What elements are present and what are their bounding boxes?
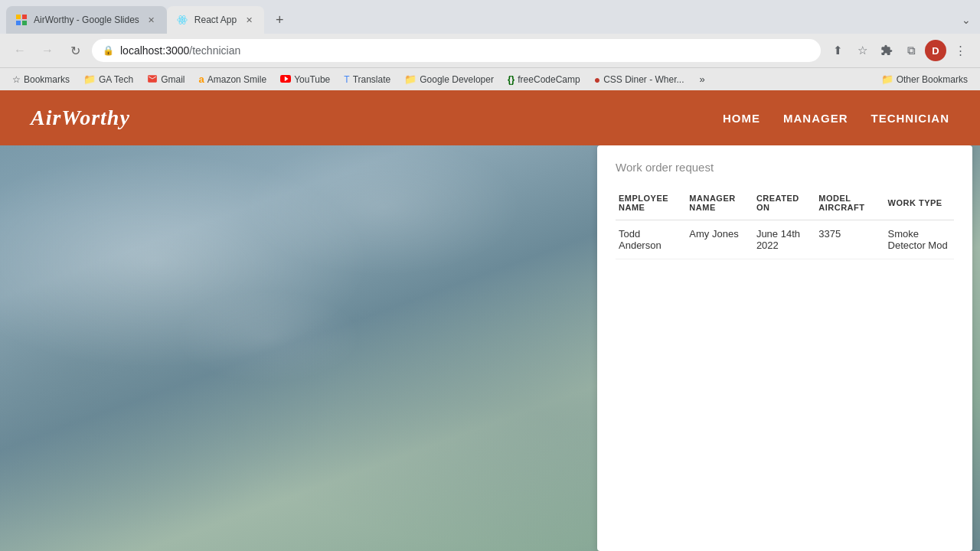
tab-label-react: React App: [194, 15, 237, 25]
share-button[interactable]: ⬆: [827, 40, 848, 61]
url-domain: localhost:3000: [120, 44, 189, 57]
bookmarks-star-icon: ☆: [12, 74, 21, 85]
split-button[interactable]: ⧉: [900, 40, 922, 61]
hero-section: Work order request EMPLOYEE NAME MANAGER…: [0, 145, 980, 551]
back-button[interactable]: ←: [9, 40, 31, 61]
svg-rect-1: [22, 15, 27, 19]
svg-rect-3: [22, 21, 27, 25]
svg-rect-2: [16, 21, 21, 25]
app-logo[interactable]: AirWorthy: [31, 106, 130, 130]
bookmark-item-bookmarks[interactable]: ☆ Bookmarks: [6, 72, 76, 87]
work-order-table: EMPLOYEE NAME MANAGER NAME CREATED ON MO…: [616, 189, 954, 259]
bookmark-item-cssdiner[interactable]: ● CSS Diner - Wher...: [588, 71, 691, 88]
tab-airworthy[interactable]: AirWorthy - Google Slides ✕: [6, 6, 167, 34]
table-row: Todd Anderson Amy Jones June 14th 2022 3…: [616, 220, 954, 259]
url-display: localhost:3000/technician: [120, 44, 240, 57]
youtube-icon: [280, 74, 291, 85]
nav-manager[interactable]: MANAGER: [783, 112, 848, 125]
bookmark-label-amazon: Amazon Smile: [207, 74, 266, 85]
bookmarks-more-button[interactable]: »: [694, 71, 709, 87]
nav-home[interactable]: HOME: [723, 112, 760, 125]
bookmark-label-translate: Translate: [353, 74, 391, 85]
amazon-icon: a: [199, 73, 204, 85]
bookmark-label-bookmarks: Bookmarks: [24, 74, 70, 85]
nav-technician[interactable]: TECHNICIAN: [871, 112, 950, 125]
bookmark-label-youtube: YouTube: [294, 74, 330, 85]
other-bookmarks-label: Other Bookmarks: [897, 74, 968, 85]
browser-chrome: AirWorthy - Google Slides ✕ React App ✕ …: [0, 0, 980, 90]
app-wrapper: AirWorthy HOME MANAGER TECHNICIAN Work o…: [0, 90, 980, 551]
tab-react[interactable]: React App ✕: [167, 6, 264, 34]
cell-work-type: Smoke Detector Mod: [885, 220, 954, 259]
bookmark-item-gatech[interactable]: 📁 GA Tech: [77, 71, 139, 87]
folder-icon-other: 📁: [881, 73, 893, 85]
cell-manager-name: Amy Jones: [686, 220, 753, 259]
bookmark-item-youtube[interactable]: YouTube: [274, 72, 336, 87]
folder-icon-gatech: 📁: [83, 73, 96, 85]
tab-favicon-airworthy: [15, 14, 28, 26]
svg-rect-0: [16, 15, 21, 19]
col-header-employee: EMPLOYEE NAME: [616, 189, 686, 220]
work-order-card: Work order request EMPLOYEE NAME MANAGER…: [597, 145, 972, 551]
navbar: AirWorthy HOME MANAGER TECHNICIAN: [0, 90, 980, 145]
gmail-icon: [147, 73, 158, 86]
bookmark-label-freecodecamp: freeCodeCamp: [518, 74, 580, 85]
translate-icon: T: [344, 74, 349, 85]
other-bookmarks-button[interactable]: 📁 Other Bookmarks: [875, 71, 974, 87]
col-header-model: MODEL AIRCRAFT: [815, 189, 884, 220]
tab-label-airworthy: AirWorthy - Google Slides: [34, 15, 139, 25]
address-bar[interactable]: 🔒 localhost:3000/technician: [92, 39, 821, 62]
bookmark-item-gmail[interactable]: Gmail: [141, 71, 191, 88]
lock-icon: 🔒: [103, 45, 114, 56]
cell-employee-name: Todd Anderson: [616, 220, 686, 259]
tab-bar: AirWorthy - Google Slides ✕ React App ✕ …: [0, 0, 980, 34]
freecodecamp-icon: {}: [508, 74, 514, 85]
tab-close-airworthy[interactable]: ✕: [145, 14, 158, 26]
bookmark-item-freecodecamp[interactable]: {} freeCodeCamp: [501, 72, 586, 87]
bookmark-label-gatech: GA Tech: [99, 74, 133, 85]
navbar-links: HOME MANAGER TECHNICIAN: [723, 112, 949, 125]
profile-button[interactable]: D: [925, 40, 946, 61]
bookmark-label-gmail: Gmail: [161, 74, 185, 85]
svg-point-4: [181, 19, 183, 21]
col-header-manager: MANAGER NAME: [686, 189, 753, 220]
bookmark-label-google-dev: Google Developer: [420, 74, 494, 85]
bookmark-item-amazon[interactable]: a Amazon Smile: [193, 71, 273, 87]
folder-icon-google-dev: 📁: [404, 73, 416, 85]
address-bar-row: ← → ↻ 🔒 localhost:3000/technician ⬆ ☆ ⧉ …: [0, 34, 980, 67]
tab-favicon-react: [176, 14, 188, 26]
bookmarks-bar: ☆ Bookmarks 📁 GA Tech Gmail a Amazon Smi…: [0, 67, 980, 90]
forward-button[interactable]: →: [37, 40, 58, 61]
bookmark-item-google-dev[interactable]: 📁 Google Developer: [398, 71, 500, 87]
work-order-title: Work order request: [616, 161, 954, 174]
toolbar-icons: ⬆ ☆ ⧉ D ⋮: [827, 40, 971, 61]
cell-created-on: June 14th 2022: [753, 220, 815, 259]
tab-close-react[interactable]: ✕: [243, 14, 255, 26]
tab-list-chevron[interactable]: ⌄: [959, 11, 974, 29]
extensions-button[interactable]: [876, 40, 897, 61]
cell-model-aircraft: 3375: [815, 220, 884, 259]
refresh-button[interactable]: ↻: [64, 40, 86, 61]
bookmark-label-cssdiner: CSS Diner - Wher...: [603, 74, 684, 85]
menu-button[interactable]: ⋮: [949, 40, 971, 61]
bookmark-star-button[interactable]: ☆: [851, 40, 873, 61]
bookmark-item-translate[interactable]: T Translate: [338, 72, 397, 87]
col-header-created: CREATED ON: [753, 189, 815, 220]
url-path: /technician: [189, 44, 240, 57]
col-header-worktype: WORK TYPE: [885, 189, 954, 220]
cssdiner-icon: ●: [594, 73, 600, 86]
new-tab-button[interactable]: +: [267, 8, 292, 32]
